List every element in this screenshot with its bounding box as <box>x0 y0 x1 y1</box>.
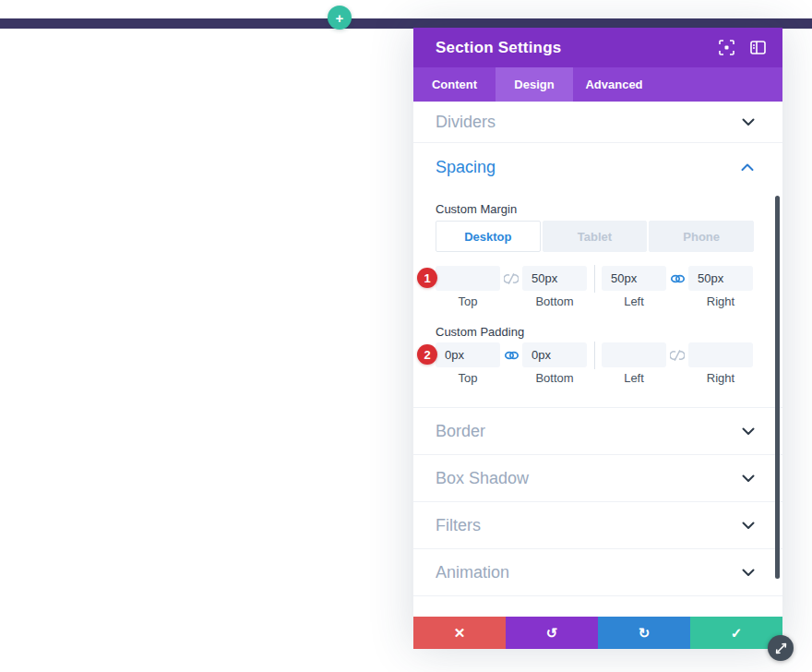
broken-link-icon <box>504 273 519 284</box>
dividers-title: Dividers <box>436 113 496 132</box>
box-shadow-title: Box Shadow <box>436 469 529 488</box>
plus-icon: + <box>336 10 344 26</box>
modal-title: Section Settings <box>436 39 703 57</box>
section-toggle-border[interactable]: Border <box>413 408 782 455</box>
padding-left-input[interactable] <box>602 342 666 367</box>
margin-labels-row: Top Bottom Left Right <box>436 294 754 308</box>
fields-separator <box>587 342 602 369</box>
chevron-down-icon <box>742 114 755 130</box>
section-spacing-panel: Spacing Custom Margin Desktop Tablet Pho… <box>413 143 782 408</box>
device-tab-phone[interactable]: Phone <box>649 221 754 252</box>
margin-left-input[interactable] <box>602 266 666 291</box>
chevron-down-icon <box>742 564 755 581</box>
margin-right-label: Right <box>688 294 753 308</box>
section-toggle-filters[interactable]: Filters <box>413 502 782 549</box>
padding-right-input[interactable] <box>688 342 753 367</box>
padding-right-label: Right <box>688 371 753 385</box>
diagonal-resize-icon <box>774 642 788 655</box>
margin-right-input[interactable] <box>688 266 753 291</box>
margin-top-label: Top <box>436 294 500 308</box>
chevron-down-icon <box>742 517 755 534</box>
section-toggle-box-shadow[interactable]: Box Shadow <box>413 455 782 502</box>
margin-bottom-input[interactable] <box>522 266 587 291</box>
tab-design-label: Design <box>514 78 554 91</box>
snap-to-module-icon[interactable] <box>719 40 734 55</box>
margin-link-horizontal[interactable] <box>666 273 688 284</box>
padding-fields-row <box>436 342 754 367</box>
padding-link-vertical[interactable] <box>500 350 522 361</box>
chevron-down-icon <box>742 470 755 486</box>
device-tab-desktop[interactable]: Desktop <box>436 221 541 252</box>
custom-margin-heading: Custom Margin <box>436 202 754 216</box>
fields-separator <box>587 265 602 293</box>
filters-title: Filters <box>436 516 481 535</box>
padding-top-input[interactable] <box>436 342 500 367</box>
margin-left-label: Left <box>602 294 666 308</box>
custom-padding-heading: Custom Padding <box>436 325 754 339</box>
tab-content[interactable]: Content <box>413 67 496 102</box>
padding-top-label: Top <box>436 371 500 385</box>
broken-link-icon <box>670 350 685 361</box>
chevron-up-icon <box>741 159 754 175</box>
margin-fields-row <box>436 266 754 291</box>
section-toggle-dividers[interactable]: Dividers <box>413 102 782 143</box>
modal-body: Dividers Spacing Custom Margin Desktop T… <box>413 102 782 617</box>
section-toggle-animation[interactable]: Animation <box>413 549 782 596</box>
add-section-button[interactable]: + <box>328 6 352 30</box>
padding-left-label: Left <box>602 371 666 385</box>
padding-bottom-input[interactable] <box>522 342 587 367</box>
redo-icon: ↻ <box>639 625 651 642</box>
modal-scrollbar[interactable] <box>775 196 780 579</box>
undo-button[interactable]: ↺ <box>506 617 598 649</box>
padding-labels-row: Top Bottom Left Right <box>436 371 754 385</box>
tab-content-label: Content <box>432 78 477 91</box>
padding-unlink-horizontal[interactable] <box>666 350 688 361</box>
check-icon: ✓ <box>731 625 743 642</box>
border-title: Border <box>436 422 485 441</box>
margin-top-input[interactable] <box>436 266 500 291</box>
chevron-down-icon <box>742 423 755 439</box>
modal-footer: ✕ ↺ ↻ ✓ <box>413 617 782 649</box>
link-icon <box>670 273 686 284</box>
link-icon <box>504 350 519 361</box>
tab-advanced-label: Advanced <box>585 78 642 91</box>
section-settings-modal: Section Settings Content Design <box>413 28 782 649</box>
discard-button[interactable]: ✕ <box>413 617 506 649</box>
modal-tab-bar: Content Design Advanced <box>413 67 782 102</box>
device-tab-bar: Desktop Tablet Phone <box>436 221 754 252</box>
badge-2-number: 2 <box>424 348 430 362</box>
device-tab-phone-label: Phone <box>683 230 720 244</box>
animation-title: Animation <box>436 563 509 582</box>
margin-unlink-vertical[interactable] <box>500 273 522 284</box>
device-tab-tablet-label: Tablet <box>578 230 612 244</box>
device-tab-desktop-label: Desktop <box>464 230 511 244</box>
modal-header: Section Settings <box>413 28 782 67</box>
spacing-title: Spacing <box>436 158 496 177</box>
padding-bottom-label: Bottom <box>522 371 587 385</box>
section-toggle-spacing[interactable]: Spacing <box>436 143 754 191</box>
annotation-badge-1: 1 <box>417 268 437 288</box>
panel-layout-icon[interactable] <box>750 40 766 55</box>
margin-bottom-label: Bottom <box>522 294 587 308</box>
redo-button[interactable]: ↻ <box>598 617 690 649</box>
undo-icon: ↺ <box>546 625 558 642</box>
modal-resize-handle[interactable] <box>768 635 794 661</box>
tab-advanced[interactable]: Advanced <box>573 67 655 102</box>
device-tab-tablet[interactable]: Tablet <box>543 221 648 252</box>
badge-1-number: 1 <box>424 271 430 285</box>
close-icon: ✕ <box>454 625 466 642</box>
tab-design[interactable]: Design <box>496 67 573 102</box>
annotation-badge-2: 2 <box>417 344 437 365</box>
